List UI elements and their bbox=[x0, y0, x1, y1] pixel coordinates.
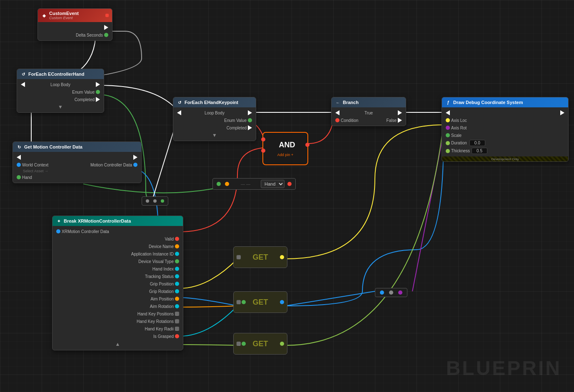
scale-row: Scale bbox=[442, 131, 568, 139]
foreach-kp-enum-row: Enum Value bbox=[173, 117, 256, 124]
aim-position-pin[interactable] bbox=[175, 297, 179, 301]
app-instance-pin[interactable] bbox=[175, 252, 179, 256]
axis-loc-pin[interactable] bbox=[446, 118, 450, 122]
hand-key-radii-label: Hand Key Radii bbox=[145, 327, 174, 331]
hand-label: Hand bbox=[22, 175, 32, 180]
duration-pin[interactable] bbox=[446, 141, 450, 145]
branch-exec-in[interactable] bbox=[335, 110, 339, 115]
close-icon[interactable] bbox=[105, 14, 109, 17]
foreach-controller-node: ↺ ForEach EControllerHand Loop Body Enum… bbox=[17, 69, 104, 113]
motion-data-pin[interactable] bbox=[133, 163, 137, 167]
axis-rot-pin[interactable] bbox=[446, 126, 450, 130]
strip-pin-1[interactable] bbox=[146, 199, 149, 203]
strip-pin-3[interactable] bbox=[161, 199, 164, 203]
app-instance-row: Application Instance ID bbox=[52, 250, 183, 258]
xr-data-pin[interactable] bbox=[56, 229, 60, 233]
valid-pin[interactable] bbox=[175, 237, 179, 241]
aim-rotation-row: Aim Rotation bbox=[52, 303, 183, 310]
hand-key-radii-pin[interactable] bbox=[175, 327, 179, 331]
hand-selector-in2-pin[interactable] bbox=[225, 182, 229, 186]
foreach-kp-completed-pin[interactable] bbox=[248, 125, 252, 130]
get3-out-pin[interactable] bbox=[280, 342, 284, 346]
device-visual-pin[interactable] bbox=[175, 259, 179, 263]
axis-loc-row: Axis Loc bbox=[442, 117, 568, 124]
and-out-pin[interactable] bbox=[305, 143, 309, 147]
thickness-pin[interactable] bbox=[446, 149, 450, 153]
grip-position-label: Grip Position bbox=[150, 282, 174, 286]
loop2-icon: ↺ bbox=[177, 99, 182, 105]
device-name-pin[interactable] bbox=[175, 244, 179, 248]
hand-key-positions-pin[interactable] bbox=[175, 312, 179, 316]
branch-false-pin[interactable] bbox=[398, 118, 402, 123]
grip-position-pin[interactable] bbox=[175, 282, 179, 286]
strip2-pin-2[interactable] bbox=[389, 290, 393, 295]
is-grasped-row: Is Grasped bbox=[52, 332, 183, 340]
loop-body-label: Loop Body bbox=[50, 82, 70, 87]
break-expand-btn[interactable]: ▲ bbox=[52, 340, 183, 348]
strip2-pin-1[interactable] bbox=[380, 290, 384, 295]
strip2-pin-3[interactable] bbox=[398, 290, 402, 295]
get2-in-pin[interactable] bbox=[237, 300, 241, 304]
get-node-1: GET bbox=[233, 246, 287, 268]
hand-dropdown[interactable]: Hand bbox=[261, 180, 285, 188]
foreach-keypoint-header: ↺ ForEach EHandKeypoint bbox=[173, 97, 256, 107]
xr-data-label: XRMotion Controller Data bbox=[62, 229, 109, 234]
get1-out-pin[interactable] bbox=[280, 255, 284, 259]
draw-exec-out[interactable] bbox=[560, 110, 564, 115]
get2-in2-pin[interactable] bbox=[242, 300, 246, 304]
hand-selector-in-pin[interactable] bbox=[217, 182, 221, 186]
hand-key-rotations-pin[interactable] bbox=[175, 319, 179, 323]
hand-selector-node: — — Hand bbox=[212, 178, 296, 190]
get3-in-pin[interactable] bbox=[237, 342, 241, 346]
scale-pin[interactable] bbox=[446, 133, 450, 137]
foreach-kp-enum-pin[interactable] bbox=[248, 118, 252, 122]
get-motion-body: World Context Motion Controller Data Sel… bbox=[13, 152, 141, 183]
and-in-pin-1[interactable] bbox=[261, 137, 265, 141]
branch-true-pin[interactable] bbox=[398, 110, 402, 115]
valid-label: Valid bbox=[165, 237, 174, 241]
delta-seconds-pin[interactable] bbox=[104, 33, 108, 37]
get3-in2-pin[interactable] bbox=[242, 342, 246, 346]
thickness-input[interactable] bbox=[472, 148, 487, 154]
hand-pin-left[interactable] bbox=[17, 175, 21, 179]
hand-index-pin[interactable] bbox=[175, 267, 179, 271]
foreach-ctrl-exec-out[interactable] bbox=[96, 82, 100, 87]
draw-exec-in[interactable] bbox=[446, 110, 450, 115]
branch-header: ← Branch bbox=[332, 97, 406, 107]
and-in-pin-2[interactable] bbox=[261, 149, 265, 153]
strip-pin-2[interactable] bbox=[153, 199, 157, 203]
enum-value-pin[interactable] bbox=[96, 90, 100, 94]
kp-expand-btn[interactable]: ▼ bbox=[173, 131, 256, 139]
branch-icon: ← bbox=[335, 99, 341, 105]
aim-rotation-label: Aim Rotation bbox=[150, 304, 174, 309]
get-motion-exec-in[interactable] bbox=[17, 155, 21, 160]
break-icon: ✦ bbox=[56, 218, 62, 224]
get-node-3: GET bbox=[233, 333, 287, 355]
tracking-status-pin[interactable] bbox=[175, 274, 179, 278]
world-context-pin[interactable] bbox=[17, 163, 21, 167]
expand-btn[interactable]: ▼ bbox=[17, 103, 104, 111]
get-motion-exec-out[interactable] bbox=[133, 155, 137, 160]
watermark: BLUEPRIN bbox=[446, 357, 562, 380]
foreach-keypoint-node: ↺ ForEach EHandKeypoint Loop Body Enum V… bbox=[173, 97, 256, 141]
exec-out-pin[interactable] bbox=[104, 25, 108, 30]
duration-input[interactable] bbox=[469, 140, 485, 146]
foreach-kp-exec-out[interactable] bbox=[248, 110, 252, 115]
foreach-ctrl-exec-in[interactable] bbox=[21, 82, 25, 87]
get2-out-pin[interactable] bbox=[280, 300, 284, 304]
axis-loc-label: Axis Loc bbox=[451, 118, 467, 123]
break-xr-body: XRMotion Controller Data Valid Device Na… bbox=[52, 226, 183, 350]
is-grasped-pin[interactable] bbox=[175, 334, 179, 338]
valid-row: Valid bbox=[52, 235, 183, 243]
branch-node: ← Branch True Condition False bbox=[331, 97, 406, 126]
add-pin-label[interactable]: Add pin + bbox=[277, 153, 293, 157]
grip-rotation-pin[interactable] bbox=[175, 289, 179, 293]
completed-pin[interactable] bbox=[96, 97, 100, 102]
aim-rotation-pin[interactable] bbox=[175, 304, 179, 308]
get1-in-pin[interactable] bbox=[237, 255, 241, 259]
scale-label: Scale bbox=[451, 133, 462, 138]
duration-label: Duration bbox=[451, 141, 467, 145]
foreach-kp-exec-in[interactable] bbox=[177, 110, 181, 115]
branch-condition-pin[interactable] bbox=[335, 118, 339, 122]
hand-selector-out-pin[interactable] bbox=[287, 182, 292, 186]
